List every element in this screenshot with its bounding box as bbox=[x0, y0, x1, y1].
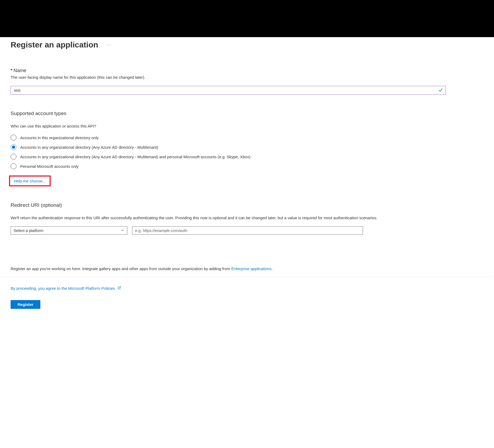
name-desc: The user-facing display name for this ap… bbox=[11, 75, 483, 80]
register-button[interactable]: Register bbox=[11, 300, 40, 309]
name-label-row: * Name bbox=[11, 68, 483, 73]
radio-icon bbox=[11, 144, 16, 150]
redirect-row: Select a platform bbox=[11, 226, 483, 235]
name-input-wrap bbox=[11, 86, 446, 95]
more-icon[interactable]: ··· bbox=[106, 42, 112, 48]
footer-note-suffix: . bbox=[271, 266, 272, 271]
footer-note: Register an app you're working on here. … bbox=[11, 266, 483, 271]
redirect-desc: We'll return the authentication response… bbox=[11, 216, 446, 220]
name-input[interactable] bbox=[11, 86, 446, 95]
name-label: Name bbox=[14, 68, 26, 73]
platform-policies-link[interactable]: By proceeding, you agree to the Microsof… bbox=[11, 286, 115, 291]
help-me-choose-link[interactable]: Help me choose... bbox=[14, 179, 46, 183]
enterprise-apps-link[interactable]: Enterprise applications bbox=[231, 266, 272, 271]
policy-row: By proceeding, you agree to the Microsof… bbox=[11, 286, 483, 291]
radio-option-multitenant-personal[interactable]: Accounts in any organizational directory… bbox=[11, 154, 483, 160]
radio-dot-icon bbox=[12, 146, 15, 149]
radio-label: Accounts in any organizational directory… bbox=[20, 155, 250, 159]
redirect-uri-input[interactable] bbox=[132, 226, 363, 235]
divider bbox=[0, 276, 493, 276]
account-types-radio-group: Accounts in this organizational director… bbox=[11, 135, 483, 169]
radio-label: Personal Microsoft accounts only bbox=[20, 164, 79, 169]
help-me-choose-highlight: Help me choose... bbox=[9, 175, 51, 186]
check-icon bbox=[438, 87, 443, 93]
platform-select[interactable]: Select a platform bbox=[11, 226, 127, 235]
account-types-question: Who can use this application or access t… bbox=[11, 124, 483, 128]
radio-option-multitenant[interactable]: Accounts in any organizational directory… bbox=[11, 144, 483, 150]
radio-icon bbox=[11, 135, 16, 140]
top-bar bbox=[0, 0, 494, 37]
external-link-icon bbox=[117, 286, 121, 291]
redirect-heading: Redirect URI (optional) bbox=[11, 202, 483, 208]
page-title: Register an application bbox=[11, 40, 98, 49]
chevron-down-icon bbox=[121, 228, 124, 233]
radio-option-personal-only[interactable]: Personal Microsoft accounts only bbox=[11, 163, 483, 169]
radio-icon bbox=[11, 163, 16, 169]
radio-icon bbox=[11, 154, 16, 160]
platform-select-label: Select a platform bbox=[14, 228, 44, 233]
main-content: Register an application ··· * Name The u… bbox=[0, 37, 493, 319]
page-title-row: Register an application ··· bbox=[11, 40, 483, 49]
footer-note-prefix: Register an app you're working on here. … bbox=[11, 266, 231, 271]
required-star: * bbox=[11, 68, 12, 73]
radio-label: Accounts in this organizational director… bbox=[20, 135, 99, 140]
account-types-heading: Supported account types bbox=[11, 111, 483, 116]
radio-label: Accounts in any organizational directory… bbox=[20, 145, 158, 150]
radio-option-org-only[interactable]: Accounts in this organizational director… bbox=[11, 135, 483, 140]
